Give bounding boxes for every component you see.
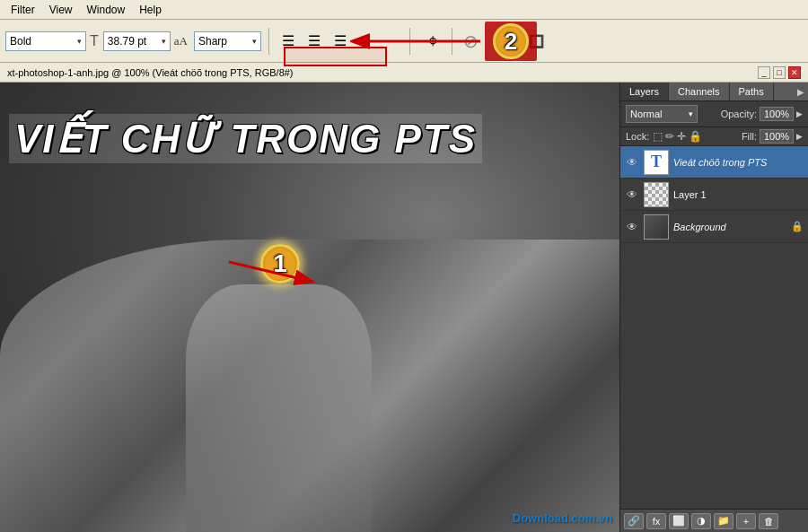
maximize-button[interactable]: □ xyxy=(773,66,786,79)
watermark: Download.com.vn xyxy=(513,511,612,525)
alignment-group: ☰ ☰ ☰ xyxy=(277,30,352,53)
document-title-bar: xt-photoshop-1-anh.jpg @ 100% (Vieát chö… xyxy=(0,63,808,83)
font-style-group: Bold ▾ xyxy=(5,31,86,51)
tab-channels[interactable]: Channels xyxy=(669,83,729,100)
align-center-button[interactable]: ☰ xyxy=(303,30,326,53)
lock-row: Lock: ⬚ ✏ ✛ 🔒 Fill: 100% ▶ xyxy=(620,127,808,146)
font-size-icon: T xyxy=(90,33,99,49)
lock-position-icon[interactable]: ✛ xyxy=(677,130,686,143)
panels-area: Layers Channels Paths ▶ Normal ▾ Opacity… xyxy=(619,83,808,532)
opacity-control: Opacity: 100% ▶ xyxy=(721,107,803,121)
layer-list: 👁 T Vieát chöõ trong PTS 👁 Layer 1 👁 Bac… xyxy=(620,146,808,509)
panel-bottom-toolbar: 🔗 fx ⬜ ◑ 📁 + 🗑 xyxy=(620,509,808,532)
align-right-button[interactable]: ☰ xyxy=(329,30,352,53)
font-style-value: Bold xyxy=(10,35,31,48)
new-adjustment-button[interactable]: ◑ xyxy=(691,513,711,529)
canvas-area: VIẾT CHỮ TRONG PTS 1 Download.com.vn xyxy=(0,83,619,532)
layer-style-button[interactable]: fx xyxy=(646,513,666,529)
fill-arrow[interactable]: ▶ xyxy=(796,132,803,141)
layer-item-text[interactable]: 👁 T Vieát chöõ trong PTS xyxy=(620,146,808,179)
font-size-value: 38.79 pt xyxy=(108,35,146,48)
document-title: xt-photoshop-1-anh.jpg @ 100% (Vieát chö… xyxy=(7,67,294,78)
layer-name-background: Background xyxy=(673,222,786,232)
main-area: VIẾT CHỮ TRONG PTS 1 Download.com.vn xyxy=(0,83,808,532)
font-size-arrow: ▾ xyxy=(162,37,166,46)
layer-thumb-background xyxy=(644,214,669,240)
fill-label: Fill: xyxy=(742,131,757,142)
lock-transparent-icon[interactable]: ⬚ xyxy=(653,130,663,143)
layer-item-background[interactable]: 👁 Background 🔒 xyxy=(620,211,808,243)
new-group-button[interactable]: 📁 xyxy=(714,513,733,529)
minimize-button[interactable]: _ xyxy=(758,66,770,79)
font-style-dropdown[interactable]: Bold ▾ xyxy=(5,31,86,51)
delete-layer-button[interactable]: 🗑 xyxy=(759,513,778,529)
menu-filter[interactable]: Filter xyxy=(4,2,42,18)
photo-hands xyxy=(186,284,372,532)
font-size-group: T 38.79 pt ▾ xyxy=(90,31,171,51)
layers-panel: Layers Channels Paths ▶ Normal ▾ Opacity… xyxy=(620,83,808,532)
new-layer-button[interactable]: + xyxy=(736,513,756,529)
opacity-arrow[interactable]: ▶ xyxy=(796,109,803,118)
separator-3 xyxy=(452,28,452,55)
font-size-dropdown[interactable]: 38.79 pt ▾ xyxy=(103,31,171,51)
menu-view[interactable]: View xyxy=(42,2,80,18)
align-left-button[interactable]: ☰ xyxy=(277,30,300,53)
layer-item-1[interactable]: 👁 Layer 1 xyxy=(620,179,808,211)
warp-text-button[interactable]: ⌖ xyxy=(421,30,444,53)
background-lock-icon: 🔒 xyxy=(791,221,804,232)
lock-image-icon[interactable]: ✏ xyxy=(665,130,674,143)
separator-2 xyxy=(409,28,410,55)
lock-all-icon[interactable]: 🔒 xyxy=(689,130,702,143)
canvas-image: VIẾT CHỮ TRONG PTS 1 Download.com.vn xyxy=(0,83,619,532)
tab-layers[interactable]: Layers xyxy=(620,83,669,100)
separator-1 xyxy=(268,28,269,55)
link-layers-button[interactable]: 🔗 xyxy=(624,513,644,529)
add-mask-button[interactable]: ⬜ xyxy=(669,513,689,529)
aa-group: aA Sharp ▾ xyxy=(174,31,261,51)
blend-mode-dropdown[interactable]: Normal ▾ xyxy=(626,105,698,123)
aa-label: aA xyxy=(174,34,188,48)
annotation-badge-1: 1 xyxy=(260,244,300,283)
menu-bar: Filter View Window Help xyxy=(0,0,808,20)
fill-value[interactable]: 100% xyxy=(760,129,794,144)
badge1-container: 1 xyxy=(260,244,300,283)
layer-name-text: Vieát chöõ trong PTS xyxy=(673,157,804,168)
layer-thumb-text: T xyxy=(644,150,669,175)
lock-label: Lock: xyxy=(626,131,649,142)
menu-window[interactable]: Window xyxy=(79,2,132,18)
toolbar: Bold ▾ T 38.79 pt ▾ aA Sharp ▾ ☰ ☰ ☰ 2 xyxy=(0,20,808,63)
layer-eye-1[interactable]: 👁 xyxy=(625,188,639,202)
layer-name-1: Layer 1 xyxy=(673,189,804,200)
badge2-container: 2 xyxy=(485,22,537,61)
canvas-text: VIẾT CHỮ TRONG PTS xyxy=(9,114,482,163)
menu-help[interactable]: Help xyxy=(132,2,169,18)
panel-tab-options[interactable]: ▶ xyxy=(794,83,808,100)
layer-blend-controls: Normal ▾ Opacity: 100% ▶ xyxy=(620,101,808,127)
sharp-dropdown[interactable]: Sharp ▾ xyxy=(194,31,261,51)
lock-icons: ⬚ ✏ ✛ 🔒 xyxy=(653,130,702,143)
tab-paths[interactable]: Paths xyxy=(730,83,774,100)
layer-eye-background[interactable]: 👁 xyxy=(625,220,639,234)
opacity-value[interactable]: 100% xyxy=(760,107,794,121)
opacity-label: Opacity: xyxy=(721,109,757,119)
layer-thumb-1 xyxy=(644,182,669,207)
sharp-arrow: ▾ xyxy=(252,37,257,46)
cancel-button[interactable]: ⊘ xyxy=(460,30,483,53)
fill-control: Fill: 100% ▶ xyxy=(742,129,803,144)
blend-mode-arrow: ▾ xyxy=(689,109,693,118)
close-button[interactable]: ✕ xyxy=(788,66,801,79)
annotation-badge-2: 2 xyxy=(493,23,529,59)
layer-eye-text[interactable]: 👁 xyxy=(625,155,639,170)
blend-mode-value: Normal xyxy=(630,109,662,119)
font-style-arrow: ▾ xyxy=(77,37,82,46)
sharp-value: Sharp xyxy=(198,35,227,48)
panel-tabs: Layers Channels Paths ▶ xyxy=(620,83,808,101)
